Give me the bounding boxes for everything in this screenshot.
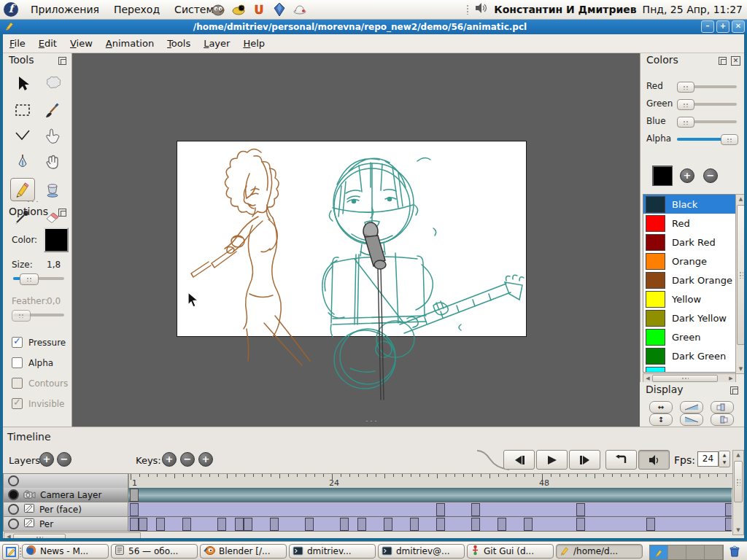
smudge-tool[interactable] — [41, 73, 64, 95]
bucket-tool[interactable] — [41, 178, 64, 200]
remove-color-button[interactable]: − — [703, 168, 718, 183]
layer-cell-camera-layer[interactable]: Camera Layer — [3, 488, 128, 502]
pencil-tool[interactable] — [10, 178, 35, 201]
duplicate-key-button[interactable]: + — [198, 452, 213, 467]
palette-row-yellow[interactable]: Yellow — [643, 289, 735, 308]
task-button-1[interactable]: 56 — обо... — [111, 544, 198, 559]
trash-icon[interactable] — [726, 543, 743, 559]
visibility-dot[interactable] — [8, 475, 19, 486]
splitter-handle[interactable] — [365, 420, 376, 422]
detach-icon[interactable] — [719, 57, 727, 65]
menu-file[interactable]: File — [3, 36, 32, 51]
palette-row-9[interactable] — [643, 365, 735, 373]
keyframe-frame-27[interactable] — [357, 518, 366, 531]
detach-icon[interactable] — [730, 386, 738, 394]
task-button-3[interactable]: dmitriev... — [289, 544, 376, 559]
keyframe-frame-69[interactable] — [725, 503, 732, 516]
mirror-vertical-button[interactable]: ↕ — [649, 413, 673, 426]
visibility-dot[interactable] — [8, 504, 19, 515]
visibility-dot[interactable] — [8, 518, 19, 529]
gimp-icon[interactable] — [210, 1, 226, 18]
current-color-swatch[interactable] — [652, 166, 673, 186]
palette-row-dark-yellow[interactable]: Dark Yellow — [643, 308, 735, 327]
keyframe-frame-30[interactable] — [384, 518, 392, 531]
keyframe-frame-52[interactable] — [576, 503, 585, 516]
palette-row-red[interactable]: Red — [643, 214, 735, 233]
add-layer-button[interactable]: + — [39, 452, 54, 467]
logged-in-user[interactable]: Константин И Дмитриев — [494, 4, 636, 15]
stroke-color-swatch[interactable] — [44, 228, 69, 252]
keyframe-frame-1[interactable] — [130, 489, 139, 502]
window-titlebar[interactable]: /home/dmitriev/personal/morevna/repo_new… — [0, 19, 747, 34]
fps-spinner[interactable]: ▲▼ — [719, 451, 730, 467]
alpha-checkbox[interactable] — [12, 357, 23, 368]
green-slider[interactable] — [677, 103, 737, 106]
onion-red-button[interactable] — [711, 413, 734, 426]
track-per-face-[interactable] — [128, 502, 732, 517]
detach-icon[interactable] — [58, 209, 66, 217]
next-frame-button[interactable] — [569, 450, 600, 470]
blue-slider-handle[interactable] — [677, 117, 694, 128]
select-tool[interactable] — [11, 73, 34, 95]
finger-tool[interactable] — [41, 125, 64, 147]
keyframe-frame-21[interactable] — [305, 518, 314, 531]
alpha-slider-handle[interactable] — [721, 134, 738, 145]
fps-value[interactable]: 24 — [697, 451, 719, 467]
keyframe-frame-7[interactable] — [182, 518, 191, 531]
pen-tool[interactable] — [11, 152, 34, 174]
detach-icon[interactable] — [58, 57, 66, 65]
layer-cell-per[interactable]: Per — [3, 517, 128, 532]
keyframe-frame-33[interactable] — [410, 518, 419, 531]
pressure-checkbox[interactable]: ✓ — [12, 337, 23, 348]
menu-view[interactable]: View — [63, 36, 99, 51]
workspace-2[interactable] — [668, 545, 686, 559]
keyframe-frame-4[interactable] — [156, 518, 165, 531]
visibility-dot[interactable] — [8, 489, 19, 500]
menu-tools[interactable]: Tools — [160, 36, 197, 51]
marquee-tool[interactable] — [11, 99, 34, 121]
palette-row-dark-red[interactable]: Dark Red — [643, 233, 735, 252]
checkbox-alpha[interactable]: Alpha — [12, 357, 53, 368]
keyframe-frame-36[interactable] — [436, 503, 445, 516]
onion-blue-button[interactable] — [711, 401, 734, 413]
timeline-vscrollbar[interactable]: ▲ ▼ — [732, 450, 744, 535]
canvas[interactable] — [177, 141, 527, 337]
hat-app-icon[interactable] — [292, 1, 308, 18]
maximize-button[interactable]: + — [716, 20, 729, 33]
red-slider-handle[interactable] — [677, 82, 694, 93]
keyframe-frame-25[interactable] — [340, 518, 349, 531]
remove-key-button[interactable]: − — [180, 452, 195, 467]
menu-layer[interactable]: Layer — [197, 36, 236, 51]
clock[interactable]: Пнд, 25 Апр, 11:27 — [643, 4, 743, 15]
add-key-button[interactable]: + — [162, 452, 177, 467]
keyframe-frame-43[interactable] — [498, 518, 506, 531]
palette-row-dark-orange[interactable]: Dark Orange — [643, 271, 735, 289]
desktop-menu-1[interactable]: Переход — [107, 0, 167, 19]
timeline-ruler[interactable]: 12448 — [128, 473, 732, 489]
task-button-2[interactable]: Blender [/... — [200, 544, 287, 559]
show-desktop-button[interactable] — [2, 544, 19, 560]
task-button-5[interactable]: Git Gui (d... — [467, 544, 554, 559]
keyframe-frame-2[interactable] — [139, 518, 147, 531]
keyframe-frame-46[interactable] — [524, 518, 533, 531]
keyframe-frame-40[interactable] — [471, 503, 480, 516]
play-button[interactable] — [536, 450, 568, 470]
keyframe-frame-52[interactable] — [576, 518, 585, 531]
minimize-button[interactable]: – — [701, 20, 714, 33]
menu-help[interactable]: Help — [236, 36, 271, 51]
task-button-0[interactable]: News - M... — [22, 544, 109, 559]
close-panel-icon[interactable]: ✕ — [731, 56, 740, 66]
panel-splitter-handle[interactable] — [26, 201, 38, 203]
keyframe-frame-11[interactable] — [217, 518, 226, 531]
menu-animation[interactable]: Animation — [99, 36, 160, 51]
keyframe-frame-36[interactable] — [436, 518, 445, 531]
synfig-icon[interactable] — [271, 1, 287, 18]
palette-row-black[interactable]: Black — [643, 195, 735, 214]
keyframe-frame-40[interactable] — [471, 518, 480, 531]
green-slider-handle[interactable] — [677, 99, 694, 110]
sound-button[interactable] — [638, 450, 670, 470]
pencil-mascot-icon[interactable] — [231, 1, 247, 18]
task-button-4[interactable]: dmitriev@... — [378, 544, 465, 559]
hand-tool[interactable] — [41, 152, 64, 174]
brush-tool[interactable] — [41, 99, 64, 121]
